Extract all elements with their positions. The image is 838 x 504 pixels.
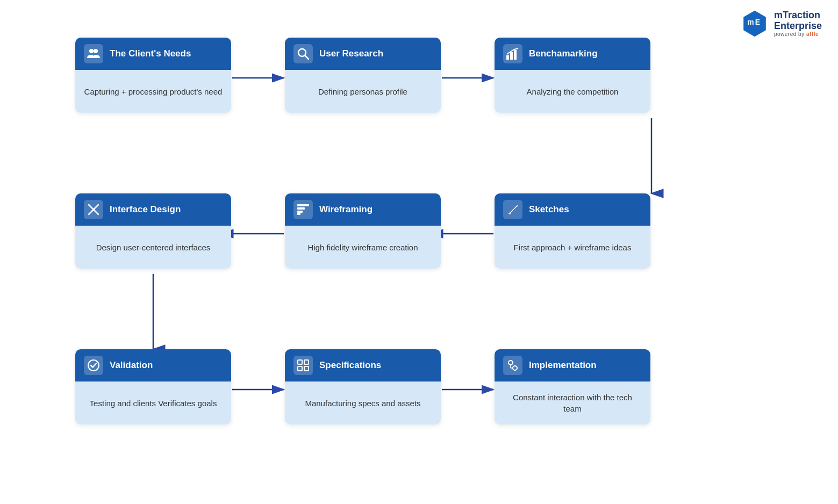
card-implementation-body: Constant interaction with the tech team — [495, 381, 650, 424]
card-interface: Interface Design Design user-centered in… — [75, 193, 231, 269]
card-sketches: Sketches First approach + wireframe idea… — [495, 193, 650, 269]
svg-rect-16 — [297, 204, 309, 206]
card-user-research: User Research Defining personas profile — [285, 38, 441, 113]
sketches-icon — [503, 200, 522, 219]
bench-icon — [503, 44, 522, 63]
logo: m E mTractionEnterprise powered by affle — [741, 10, 822, 38]
card-validation-header: Validation — [75, 349, 231, 381]
svg-point-15 — [92, 208, 95, 211]
card-user-research-header: User Research — [285, 38, 441, 70]
svg-rect-22 — [298, 360, 302, 364]
card-interface-body: Design user-centered interfaces — [75, 226, 231, 269]
card-benchmarking: Benchamarking Analyzing the competition — [495, 38, 650, 113]
card-specs-title: Specifications — [319, 360, 381, 371]
card-wireframing: Wireframing High fidelity wireframe crea… — [285, 193, 441, 269]
card-implementation: Implementation Constant interaction with… — [495, 349, 650, 424]
svg-point-26 — [508, 361, 513, 365]
diagram-container: The Client's Needs Capturing + processin… — [75, 38, 763, 477]
card-bench-title: Benchamarking — [529, 48, 598, 59]
wireframing-icon — [293, 200, 313, 219]
card-bench-body: Analyzing the competition — [495, 70, 650, 113]
svg-line-9 — [305, 56, 309, 60]
card-implementation-header: Implementation — [495, 349, 650, 381]
card-wireframing-body: High fidelity wireframe creation — [285, 226, 441, 269]
svg-point-27 — [513, 366, 517, 370]
implementation-icon — [503, 356, 522, 375]
svg-rect-25 — [304, 366, 309, 371]
card-validation-title: Validation — [110, 360, 153, 371]
svg-rect-19 — [297, 213, 300, 215]
card-bench-header: Benchamarking — [495, 38, 650, 70]
card-user-research-title: User Research — [319, 48, 383, 59]
svg-rect-24 — [298, 366, 302, 371]
svg-rect-23 — [304, 360, 309, 364]
svg-rect-10 — [506, 55, 509, 60]
user-research-icon — [293, 44, 313, 63]
card-clients-header: The Client's Needs — [75, 38, 231, 70]
card-validation: Validation Testing and clients Verificat… — [75, 349, 231, 424]
svg-rect-12 — [514, 50, 517, 60]
card-sketches-header: Sketches — [495, 193, 650, 226]
specs-icon — [293, 356, 313, 375]
card-sketches-body: First approach + wireframe ideas — [495, 226, 650, 269]
card-interface-title: Interface Design — [110, 204, 181, 215]
card-user-research-body: Defining personas profile — [285, 70, 441, 113]
card-wireframing-title: Wireframing — [319, 204, 373, 215]
svg-rect-17 — [297, 207, 305, 210]
card-wireframing-header: Wireframing — [285, 193, 441, 226]
svg-point-7 — [94, 49, 98, 53]
svg-text:m: m — [747, 18, 754, 26]
card-implementation-title: Implementation — [529, 360, 597, 371]
logo-tagline: powered by affle — [774, 31, 822, 37]
card-clients-title: The Client's Needs — [110, 48, 191, 59]
card-interface-header: Interface Design — [75, 193, 231, 226]
card-sketches-title: Sketches — [529, 204, 569, 215]
interface-icon — [84, 200, 103, 219]
validation-icon — [84, 356, 103, 375]
clients-icon — [84, 44, 103, 63]
card-specs: Specifications Manufacturing specs and a… — [285, 349, 441, 424]
logo-brand-name: mTractionEnterprise — [774, 10, 822, 32]
card-clients: The Client's Needs Capturing + processin… — [75, 38, 231, 113]
svg-rect-18 — [297, 211, 303, 213]
svg-rect-11 — [510, 52, 513, 60]
logo-hexagon-icon: m E — [741, 10, 769, 38]
svg-point-6 — [89, 49, 94, 53]
card-specs-header: Specifications — [285, 349, 441, 381]
logo-text: mTractionEnterprise powered by affle — [774, 10, 822, 38]
card-specs-body: Manufacturing specs and assets — [285, 381, 441, 424]
card-validation-body: Testing and clients Verificates goals — [75, 381, 231, 424]
card-clients-body: Capturing + processing product's need — [75, 70, 231, 113]
svg-point-21 — [88, 360, 99, 371]
svg-text:E: E — [755, 18, 760, 26]
